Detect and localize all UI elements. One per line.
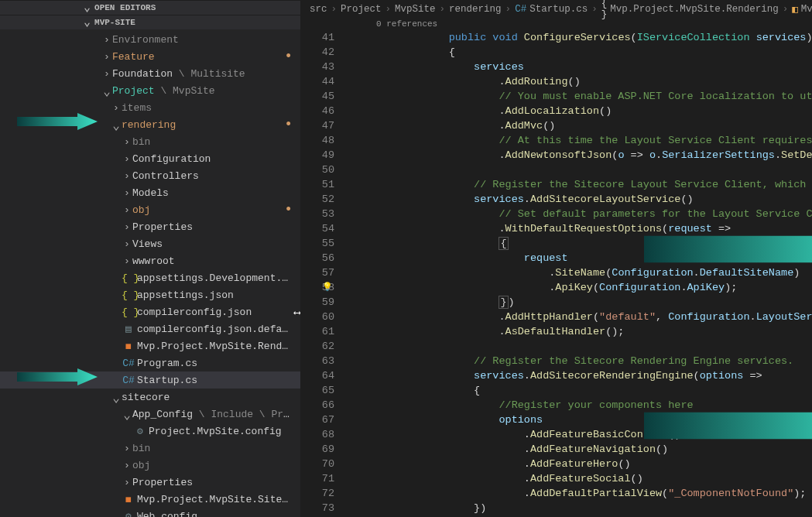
json-icon: { } [122, 289, 135, 301]
project-header[interactable]: MVP-SITE [0, 15, 300, 29]
csharp-icon: C# [122, 375, 135, 386]
gear-icon: ⚙ [133, 425, 147, 437]
folder-feature[interactable]: Feature• [0, 48, 300, 65]
resize-handle-icon[interactable]: ⟷ [294, 306, 299, 319]
breadcrumb-item: MvpSite [395, 4, 436, 15]
open-editors-header[interactable]: OPEN EDITORS [0, 0, 300, 15]
breadcrumb-item: Project [341, 4, 382, 15]
namespace-icon: { } [601, 0, 608, 20]
file-compilerconfig-defaults[interactable]: ▤compilerconfig.json.defaults [0, 320, 300, 337]
folder-foundation[interactable]: Foundation \ Multisite [0, 65, 300, 82]
csproj-icon: ◼ [122, 340, 135, 352]
folder-wwwroot[interactable]: wwwroot [0, 252, 300, 269]
file-compilerconfig[interactable]: { }compilerconfig.json [0, 303, 300, 320]
breadcrumb-item: Startup.cs [529, 4, 588, 15]
folder-models[interactable]: Models [0, 184, 300, 201]
csharp-icon: C# [122, 358, 135, 369]
folder-sc-obj[interactable]: obj [0, 457, 300, 474]
breadcrumb-item: Mvp.Project.MvpSite.Rendering [610, 4, 779, 15]
folder-app-config[interactable]: App_Config \ Include \ Project [0, 406, 300, 423]
gear-icon: ⚙ [122, 510, 135, 517]
breadcrumb-item: src [310, 4, 327, 15]
folder-sc-bin[interactable]: bin [0, 440, 300, 457]
folder-sitecore[interactable]: sitecore [0, 389, 300, 406]
folder-views[interactable]: Views [0, 235, 300, 252]
json-icon: { } [122, 306, 135, 318]
file-sitecore-csproj[interactable]: ◼Mvp.Project.MvpSite.Sitecore.csproj [0, 491, 300, 508]
file-appsettings[interactable]: { }appsettings.json [0, 286, 300, 303]
breadcrumb[interactable]: src› Project› MvpSite› rendering› C#Star… [300, 0, 812, 19]
csharp-icon: C# [515, 4, 526, 15]
folder-sc-properties[interactable]: Properties [0, 474, 300, 491]
callout-arrow-renderingengine [644, 368, 725, 385]
folder-bin[interactable]: bin [0, 133, 300, 150]
explorer-sidebar: OPEN EDITORS MVP-SITE Environment Featur… [0, 0, 300, 517]
folder-environment[interactable]: Environment [0, 31, 300, 48]
folder-controllers[interactable]: Controllers [0, 167, 300, 184]
file-rendering-csproj[interactable]: ◼Mvp.Project.MvpSite.Rendering.csproj [0, 337, 300, 354]
struct-icon: ◧ [792, 3, 798, 15]
file-tree: Environment Feature• Foundation \ Multis… [0, 29, 300, 517]
callout-arrow-startup [17, 368, 98, 385]
file-web-config[interactable]: ⚙Web.config [0, 508, 300, 517]
file-icon: ▤ [122, 323, 135, 335]
folder-configuration[interactable]: Configuration [0, 150, 300, 167]
csproj-icon: ◼ [122, 493, 135, 505]
editor-pane: src› Project› MvpSite› rendering› C#Star… [300, 0, 812, 517]
json-icon: { } [122, 272, 135, 284]
callout-arrow-layoutservice [644, 191, 725, 208]
file-appsettings-dev[interactable]: { }appsettings.Development.json [0, 269, 300, 286]
file-project-config[interactable]: ⚙Project.MvpSite.config [0, 423, 300, 440]
folder-properties[interactable]: Properties [0, 218, 300, 235]
callout-arrow-rendering [17, 113, 98, 130]
line-gutter: 414243444546474849505152535455565758💡596… [300, 19, 348, 517]
breadcrumb-item: Mvp.Project.Mv [801, 4, 812, 15]
breadcrumb-item: rendering [449, 4, 502, 15]
folder-project-mvpsite[interactable]: Project \ MvpSite [0, 82, 300, 99]
lightbulb-icon[interactable]: 💡 [322, 280, 333, 295]
folder-obj[interactable]: obj• [0, 201, 300, 218]
